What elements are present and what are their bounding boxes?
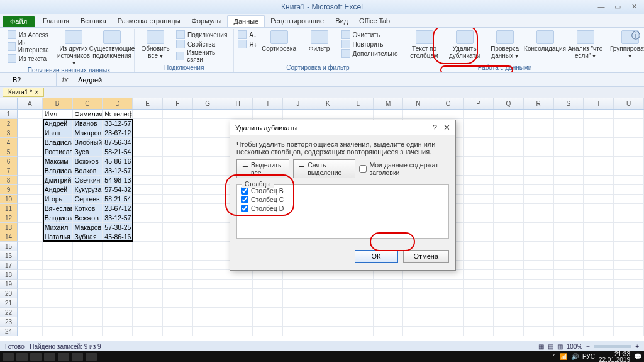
cell[interactable]: 45-86-16 [103, 232, 133, 242]
cell[interactable] [223, 270, 253, 280]
tray-notifications-icon[interactable]: 💬 [634, 353, 641, 360]
cell[interactable] [283, 270, 313, 280]
sort-mini-button[interactable]: Я↓ [238, 40, 257, 48]
cell[interactable] [584, 289, 614, 298]
cell[interactable] [103, 280, 133, 289]
cell[interactable] [43, 308, 73, 317]
cell[interactable] [374, 110, 404, 119]
cell[interactable] [524, 289, 554, 298]
cell[interactable] [524, 308, 554, 317]
cell[interactable] [464, 242, 494, 251]
search-icon[interactable] [16, 353, 28, 361]
cell[interactable] [403, 308, 433, 317]
view-layout-icon[interactable]: ▤ [548, 343, 553, 350]
cell[interactable] [464, 232, 494, 242]
cell[interactable] [133, 195, 163, 204]
dialog-help-icon[interactable]: ? [433, 123, 437, 132]
cell[interactable] [43, 289, 73, 298]
cell[interactable] [163, 261, 193, 270]
cell[interactable] [18, 270, 43, 280]
row-header[interactable]: 24 [0, 327, 18, 336]
cell[interactable] [524, 138, 554, 147]
cell[interactable] [584, 270, 614, 280]
external-data-item[interactable]: Из Access [8, 30, 53, 39]
row-header[interactable]: 23 [0, 317, 18, 327]
cell[interactable] [524, 223, 554, 232]
tray-sound-icon[interactable]: 🔊 [571, 353, 579, 360]
cell[interactable] [163, 128, 193, 138]
cell[interactable] [18, 308, 43, 317]
cell[interactable] [18, 119, 43, 128]
cell[interactable] [103, 298, 133, 308]
cell[interactable] [464, 289, 494, 298]
cell[interactable] [133, 298, 163, 308]
cell[interactable] [584, 242, 614, 251]
zoom-level[interactable]: 100% [567, 343, 583, 350]
connection-item[interactable]: Подключения [176, 30, 230, 39]
cell[interactable] [464, 138, 494, 147]
cell[interactable] [193, 317, 223, 327]
cell[interactable] [433, 308, 464, 317]
cell[interactable] [464, 147, 494, 157]
cell[interactable]: 57-54-32 [103, 185, 133, 195]
cell[interactable] [193, 289, 223, 298]
cell[interactable] [614, 138, 644, 147]
cell[interactable] [554, 119, 584, 128]
cell[interactable] [193, 232, 223, 242]
cell[interactable] [193, 166, 223, 176]
cell[interactable] [133, 270, 163, 280]
cell[interactable] [283, 308, 313, 317]
cell[interactable] [374, 327, 404, 336]
cell[interactable] [253, 289, 283, 298]
row-header[interactable]: 19 [0, 280, 18, 289]
column-header[interactable]: O [433, 98, 464, 109]
row-header[interactable]: 3 [0, 128, 18, 138]
cell[interactable] [313, 298, 343, 308]
cell[interactable] [554, 166, 584, 176]
cell[interactable] [584, 298, 614, 308]
column-header[interactable]: E [133, 98, 163, 109]
start-icon[interactable] [3, 353, 14, 361]
cell[interactable] [464, 204, 494, 213]
cell[interactable] [464, 176, 494, 185]
cell[interactable] [524, 232, 554, 242]
cell[interactable] [524, 204, 554, 213]
cell[interactable] [18, 110, 43, 119]
cell[interactable] [464, 166, 494, 176]
excel-taskbar-icon[interactable] [72, 353, 83, 361]
cell[interactable] [614, 195, 644, 204]
row-header[interactable]: 11 [0, 204, 18, 213]
cell[interactable]: Максим [43, 157, 73, 166]
name-box[interactable]: B2 [0, 73, 57, 86]
ribbon-tab[interactable]: Вид [330, 15, 353, 27]
cell[interactable] [103, 289, 133, 298]
cell[interactable] [193, 185, 223, 195]
column-checkbox[interactable]: Столбец B [241, 186, 445, 195]
cell[interactable] [524, 147, 554, 157]
column-checkbox[interactable]: Столбец D [241, 204, 445, 213]
cell[interactable] [43, 280, 73, 289]
cell[interactable] [554, 223, 584, 232]
cell[interactable] [554, 232, 584, 242]
file-tab[interactable]: Файл [3, 16, 35, 27]
row-header[interactable]: 5 [0, 147, 18, 157]
cell[interactable] [223, 298, 253, 308]
cell[interactable] [163, 317, 193, 327]
column-header[interactable]: Q [494, 98, 524, 109]
cell[interactable] [193, 110, 223, 119]
cell[interactable] [494, 157, 524, 166]
cell[interactable] [18, 327, 43, 336]
cell[interactable] [193, 242, 223, 251]
filter-mini-item[interactable]: Повторить [341, 40, 398, 48]
sort-button[interactable]: Сортировка [261, 30, 297, 52]
cell[interactable] [343, 327, 374, 336]
cell[interactable] [18, 185, 43, 195]
cell[interactable] [494, 176, 524, 185]
cell[interactable] [73, 251, 103, 261]
column-header[interactable]: L [343, 98, 374, 109]
cell[interactable] [163, 195, 193, 204]
data-tools-button[interactable]: Консолидация [527, 30, 564, 52]
cell[interactable]: 33-12-57 [103, 166, 133, 176]
cell[interactable] [103, 327, 133, 336]
cell[interactable] [253, 317, 283, 327]
